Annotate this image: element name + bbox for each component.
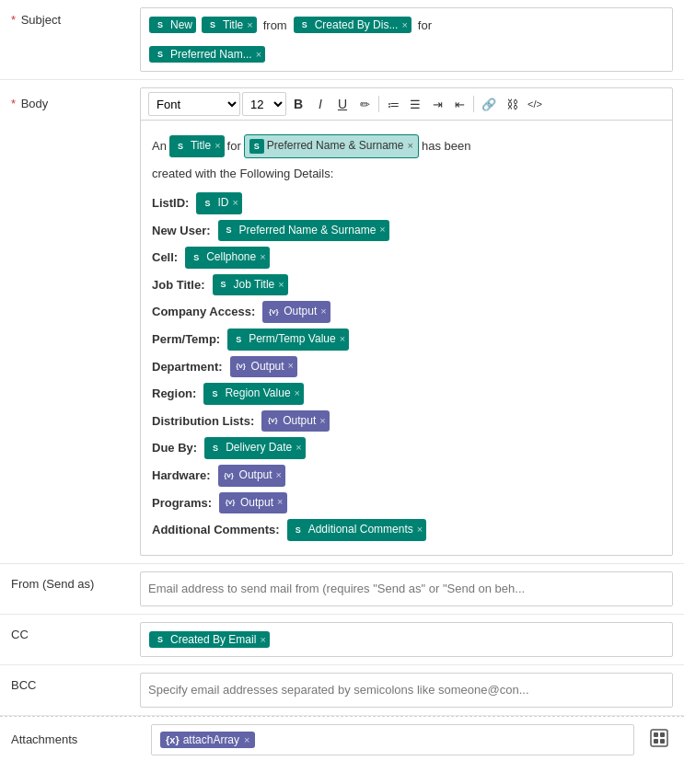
token-hardware-x[interactable]: × bbox=[276, 467, 282, 485]
intro-line: An S Title × for S Preferred Name & Surn… bbox=[152, 133, 661, 159]
bcc-label: BCC bbox=[11, 673, 140, 692]
token-jobtitle: S Job Title × bbox=[213, 274, 288, 296]
field-permtemp: Perm/Temp: S Perm/Temp Value × bbox=[152, 328, 661, 352]
field-dueby: Due By: S Delivery Date × bbox=[152, 436, 661, 460]
indent-button[interactable]: ⇥ bbox=[427, 92, 447, 116]
token-region-x[interactable]: × bbox=[295, 385, 300, 403]
body-token-title-icon: S bbox=[173, 139, 188, 154]
font-select[interactable]: Font bbox=[148, 92, 240, 116]
field-cell: Cell: S Cellphone × bbox=[152, 246, 661, 270]
token-dueby-x[interactable]: × bbox=[296, 439, 301, 457]
unlink-button[interactable]: ⛓ bbox=[502, 92, 522, 116]
subject-token-new: S New bbox=[149, 17, 196, 33]
token-companyaccess: {v} Output × bbox=[262, 301, 330, 323]
attachments-label: Attachments bbox=[11, 732, 140, 746]
field-newuser: New User: S Preferred Name & Surname × bbox=[152, 219, 661, 243]
subject-token-createdby-x[interactable]: × bbox=[401, 19, 407, 30]
token-distlists-x[interactable]: × bbox=[319, 412, 325, 431]
svg-rect-4 bbox=[660, 739, 665, 744]
subject-field[interactable]: S New S Title × from S Created By Dis...… bbox=[140, 7, 673, 72]
token-attacharray-x[interactable]: × bbox=[244, 734, 249, 745]
field-additionalcomments: Additional Comments: S Additional Commen… bbox=[152, 518, 661, 542]
field-department: Department: {v} Output × bbox=[152, 355, 661, 379]
token-cell: S Cellphone × bbox=[185, 247, 269, 269]
body-token-preferred: S Preferred Name & Surname × bbox=[244, 134, 419, 158]
field-distlists: Distribution Lists: {v} Output × bbox=[152, 409, 661, 433]
body-label: * Body bbox=[11, 87, 140, 110]
subject-token-preferrednam-x[interactable]: × bbox=[256, 49, 261, 60]
token-permtemp: S Perm/Temp Value × bbox=[227, 329, 349, 351]
body-row: * Body Font 12 B I U ✏ ≔ ☰ ⇥ ⇤ bbox=[0, 80, 684, 564]
from-input[interactable] bbox=[148, 578, 665, 599]
subject-token-title: S Title × bbox=[202, 17, 257, 33]
token-jobtitle-x[interactable]: × bbox=[278, 276, 284, 294]
token-companyaccess-x[interactable]: × bbox=[320, 303, 326, 321]
body-token-title: S Title × bbox=[169, 135, 225, 157]
body-field[interactable]: Font 12 B I U ✏ ≔ ☰ ⇥ ⇤ 🔗 ⛓ </> bbox=[140, 87, 673, 556]
svg-rect-1 bbox=[654, 732, 658, 737]
italic-button[interactable]: I bbox=[310, 92, 330, 116]
token-cell-x[interactable]: × bbox=[260, 248, 265, 267]
field-jobtitle: Job Title: S Job Title × bbox=[152, 273, 661, 297]
field-hardware: Hardware: {v} Output × bbox=[152, 464, 661, 488]
subject-label: * Subject bbox=[11, 7, 140, 27]
toolbar-sep1 bbox=[378, 96, 379, 112]
token-newuser-x[interactable]: × bbox=[379, 221, 385, 239]
underline-button[interactable]: U bbox=[332, 92, 353, 116]
body-content: An S Title × for S Preferred Name & Surn… bbox=[141, 124, 672, 555]
attachments-field[interactable]: {x} attachArray × bbox=[151, 724, 634, 755]
subject-token-title-x[interactable]: × bbox=[247, 19, 252, 30]
svg-rect-2 bbox=[660, 732, 665, 737]
attachment-picker-icon bbox=[649, 728, 669, 748]
token-listid: S ID × bbox=[196, 192, 241, 214]
token-department: {v} Output × bbox=[230, 356, 297, 378]
from-field[interactable] bbox=[140, 571, 673, 606]
token-hardware: {v} Output × bbox=[218, 465, 285, 487]
subject-row: * Subject S New S Title × from S Created… bbox=[0, 0, 684, 80]
link-button[interactable]: 🔗 bbox=[478, 92, 500, 116]
field-listid: ListID: S ID × bbox=[152, 191, 661, 215]
attachments-row: Attachments {x} attachArray × bbox=[0, 716, 684, 763]
bcc-field[interactable] bbox=[140, 673, 673, 708]
size-select[interactable]: 12 bbox=[242, 92, 286, 116]
cc-label: CC bbox=[11, 622, 140, 641]
ul-button[interactable]: ☰ bbox=[405, 92, 425, 116]
field-companyaccess: Company Access: {v} Output × bbox=[152, 300, 661, 324]
created-text: created with the Following Details: bbox=[152, 163, 661, 184]
bcc-input[interactable] bbox=[148, 679, 665, 700]
token-programs: {v} Output × bbox=[219, 492, 286, 514]
token-newuser: S Preferred Name & Surname × bbox=[218, 220, 389, 242]
from-row: From (Send as) bbox=[0, 564, 684, 615]
body-token-preferred-x[interactable]: × bbox=[407, 137, 412, 156]
token-additionalcomments-x[interactable]: × bbox=[417, 521, 423, 539]
svg-rect-0 bbox=[651, 730, 667, 746]
token-listid-x[interactable]: × bbox=[232, 194, 238, 213]
bold-button[interactable]: B bbox=[288, 92, 308, 116]
token-region: S Region Value × bbox=[203, 383, 304, 405]
outdent-button[interactable]: ⇤ bbox=[449, 92, 470, 116]
field-region: Region: S Region Value × bbox=[152, 382, 661, 406]
body-token-preferred-icon: S bbox=[249, 139, 264, 154]
token-permtemp-x[interactable]: × bbox=[340, 330, 345, 349]
cc-field[interactable]: S Created By Email × bbox=[140, 622, 673, 657]
token-icon-s: S bbox=[153, 17, 168, 32]
token-additionalcomments: S Additional Comments × bbox=[287, 519, 427, 541]
svg-rect-3 bbox=[654, 739, 658, 744]
ol-button[interactable]: ≔ bbox=[383, 92, 403, 116]
token-icon-s3: S bbox=[297, 17, 312, 32]
required-marker: * bbox=[11, 13, 16, 27]
token-cc-x[interactable]: × bbox=[260, 634, 265, 645]
token-department-x[interactable]: × bbox=[288, 357, 294, 375]
cc-row: CC S Created By Email × bbox=[0, 615, 684, 665]
body-token-title-x[interactable]: × bbox=[214, 137, 220, 156]
token-programs-x[interactable]: × bbox=[277, 493, 283, 512]
code-button[interactable]: </> bbox=[524, 92, 546, 116]
subject-token-preferrednam: S Preferred Nam... × bbox=[149, 46, 265, 63]
body-toolbar: Font 12 B I U ✏ ≔ ☰ ⇥ ⇤ 🔗 ⛓ </> bbox=[141, 88, 672, 121]
attachment-picker-button[interactable] bbox=[645, 724, 673, 755]
from-label: From (Send as) bbox=[11, 571, 140, 591]
highlight-button[interactable]: ✏ bbox=[354, 92, 375, 116]
token-distlists: {v} Output × bbox=[261, 410, 329, 432]
token-dueby: S Delivery Date × bbox=[204, 437, 305, 459]
token-attacharray: {x} attachArray × bbox=[160, 732, 255, 748]
